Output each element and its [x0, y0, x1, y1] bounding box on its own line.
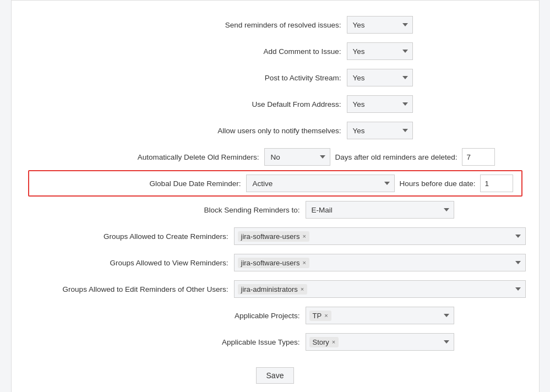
groups-edit-multiselect[interactable]: jira-administrators × [234, 280, 526, 298]
groups-edit-row: Groups Allowed to Edit Reminders of Othe… [28, 276, 522, 302]
save-row: Save [28, 355, 522, 384]
post-activity-control: Yes No [347, 69, 413, 86]
global-due-date-label: Global Due Date Reminder: [37, 179, 246, 188]
use-default-from-control: Yes No [347, 95, 413, 113]
add-comment-select[interactable]: Yes No [347, 42, 413, 60]
block-sending-row: Block Sending Reminders to: E-Mail None [28, 197, 522, 223]
auto-delete-select[interactable]: No Yes [264, 148, 330, 166]
block-sending-control: E-Mail None [306, 201, 454, 219]
block-sending-label: Block Sending Reminders to: [96, 206, 306, 214]
applicable-projects-label: Applicable Projects: [96, 312, 306, 320]
use-default-from-select[interactable]: Yes No [347, 95, 413, 113]
days-label: Days after old reminders are deleted: [335, 153, 457, 161]
global-due-date-row: Global Due Date Reminder: Active Inactiv… [28, 170, 522, 197]
applicable-projects-row: Applicable Projects: TP × [28, 302, 522, 329]
groups-create-multiselect[interactable]: jira-software-users × [234, 227, 526, 245]
applicable-issue-types-tag-0: Story × [309, 337, 339, 347]
block-sending-select[interactable]: E-Mail None [306, 201, 454, 219]
groups-create-tag-0: jira-software-users × [238, 231, 309, 242]
groups-view-control: jira-software-users × [234, 254, 526, 271]
groups-view-row: Groups Allowed to View Reminders: jira-s… [28, 249, 522, 276]
hours-input[interactable] [480, 175, 513, 192]
applicable-projects-tag-label-0: TP [313, 312, 322, 320]
use-default-from-label: Use Default From Address: [138, 100, 347, 108]
post-activity-label: Post to Activity Stream: [138, 74, 347, 82]
groups-create-tag-remove-0[interactable]: × [302, 233, 306, 239]
auto-delete-label: Automatically Delete Old Reminders: [55, 153, 264, 161]
applicable-projects-tag-remove-0[interactable]: × [324, 312, 328, 319]
groups-create-label: Groups Allowed to Create Reminders: [25, 232, 234, 241]
auto-delete-control: No Yes Days after old reminders are dele… [264, 148, 494, 166]
applicable-issue-types-tag-remove-0[interactable]: × [332, 339, 335, 345]
groups-edit-tag-label-0: jira-administrators [241, 285, 298, 293]
applicable-issue-types-row: Applicable Issue Types: Story × [28, 329, 522, 355]
applicable-projects-tag-0: TP × [309, 311, 331, 321]
global-due-date-control: Active Inactive Hours before due date: [246, 175, 513, 192]
applicable-issue-types-tag-label-0: Story [313, 338, 329, 346]
groups-view-tag-remove-0[interactable]: × [302, 259, 306, 266]
post-activity-row: Post to Activity Stream: Yes No [28, 64, 522, 91]
applicable-issue-types-control: Story × [306, 333, 454, 351]
send-reminders-label: Send reminders of resolved issues: [138, 21, 347, 29]
groups-create-tag-label-0: jira-software-users [241, 232, 300, 241]
applicable-projects-multiselect[interactable]: TP × [306, 307, 454, 324]
post-activity-select[interactable]: Yes No [347, 69, 413, 86]
allow-users-notify-control: Yes No [347, 122, 413, 139]
applicable-projects-control: TP × [306, 307, 454, 324]
groups-view-tag-0: jira-software-users × [238, 258, 309, 268]
allow-users-notify-row: Allow users only to notify themselves: Y… [28, 117, 522, 144]
send-reminders-select[interactable]: Yes No [347, 16, 413, 34]
groups-edit-tag-0: jira-administrators × [238, 284, 308, 295]
send-reminders-row: Send reminders of resolved issues: Yes N… [28, 12, 522, 38]
settings-form: Send reminders of resolved issues: Yes N… [11, 0, 540, 392]
allow-users-notify-select[interactable]: Yes No [347, 122, 413, 139]
groups-view-label: Groups Allowed to View Reminders: [25, 259, 234, 267]
global-due-date-select[interactable]: Active Inactive [246, 175, 395, 192]
add-comment-label: Add Comment to Issue: [138, 47, 347, 56]
applicable-issue-types-label: Applicable Issue Types: [96, 338, 306, 346]
hours-label: Hours before due date: [399, 179, 475, 188]
groups-edit-control: jira-administrators × [234, 280, 526, 298]
save-button[interactable]: Save [256, 367, 295, 384]
auto-delete-row: Automatically Delete Old Reminders: No Y… [28, 144, 522, 170]
days-input[interactable] [462, 148, 495, 166]
groups-create-row: Groups Allowed to Create Reminders: jira… [28, 223, 522, 249]
use-default-from-row: Use Default From Address: Yes No [28, 91, 522, 117]
add-comment-control: Yes No [347, 42, 413, 60]
allow-users-notify-label: Allow users only to notify themselves: [138, 127, 347, 135]
groups-edit-tag-remove-0[interactable]: × [301, 286, 304, 292]
groups-create-control: jira-software-users × [234, 227, 526, 245]
applicable-issue-types-multiselect[interactable]: Story × [306, 333, 454, 351]
add-comment-row: Add Comment to Issue: Yes No [28, 38, 522, 64]
groups-view-tag-label-0: jira-software-users [241, 259, 300, 267]
groups-edit-label: Groups Allowed to Edit Reminders of Othe… [25, 285, 234, 293]
send-reminders-control: Yes No [347, 16, 413, 34]
groups-view-multiselect[interactable]: jira-software-users × [234, 254, 526, 271]
